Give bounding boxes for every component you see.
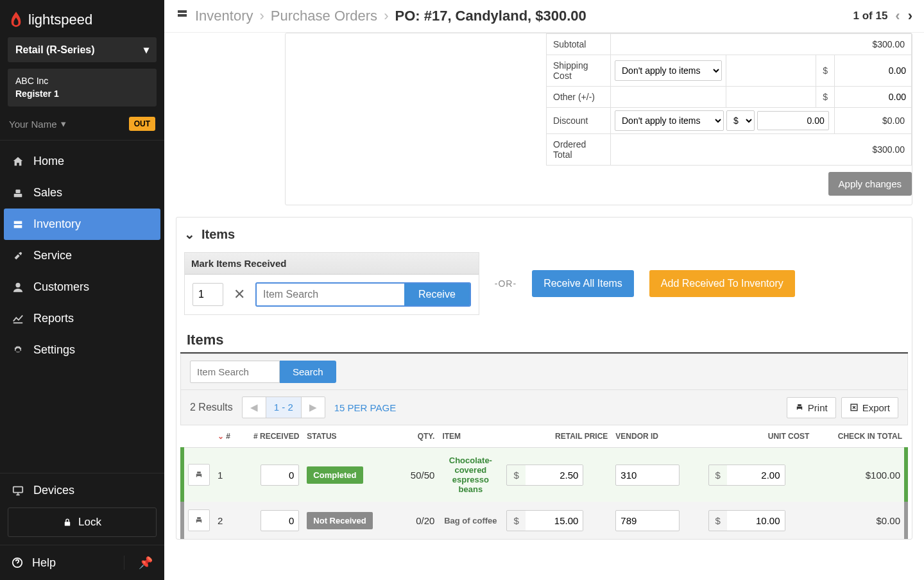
chevron-right-icon: › bbox=[384, 8, 388, 24]
lock-icon bbox=[63, 518, 72, 527]
crumb-inventory[interactable]: Inventory bbox=[195, 8, 253, 24]
print-button[interactable]: Print bbox=[787, 397, 836, 418]
results-range[interactable]: 1 - 2 bbox=[266, 397, 302, 418]
apply-changes-button[interactable]: Apply changes bbox=[828, 172, 912, 196]
items-table: ⌄ # # RECEIVED STATUS QTY. ITEM RETAIL P… bbox=[180, 425, 908, 539]
svg-rect-3 bbox=[14, 225, 22, 228]
row-number: 2 bbox=[214, 502, 234, 539]
discount-total: $0.00 bbox=[835, 108, 912, 134]
ordered-total-value: $300.00 bbox=[611, 134, 912, 166]
retail-price-input[interactable]: $ bbox=[506, 510, 583, 531]
shipping-apply-select[interactable]: Don't apply to items bbox=[615, 60, 722, 81]
other-cost-input[interactable] bbox=[835, 87, 911, 107]
discount-amount-input[interactable] bbox=[757, 111, 829, 130]
series-select[interactable]: Retail (R-Series) ▾ bbox=[8, 37, 157, 62]
unit-cost-input[interactable]: $ bbox=[708, 465, 785, 486]
pin-icon[interactable]: 📌 bbox=[124, 556, 153, 570]
clear-icon[interactable]: ✕ bbox=[231, 286, 248, 303]
nav-service[interactable]: Service bbox=[0, 240, 164, 271]
other-currency: $ bbox=[816, 87, 835, 108]
discount-apply-select[interactable]: Don't apply to items bbox=[615, 110, 724, 131]
nav-settings[interactable]: Settings bbox=[0, 334, 164, 366]
nav-devices[interactable]: Devices bbox=[0, 473, 164, 508]
chevron-right-icon: › bbox=[260, 8, 264, 24]
discount-type-select[interactable]: $ bbox=[726, 110, 755, 131]
receive-button[interactable]: Receive bbox=[404, 284, 470, 305]
nav-reports[interactable]: Reports bbox=[0, 303, 164, 334]
user-menu[interactable]: Your Name ▾ bbox=[9, 118, 66, 130]
totals-panel: Subtotal $300.00 Shipping Cost Don't app… bbox=[285, 33, 912, 205]
results-count: 2 Results bbox=[190, 402, 233, 413]
pager-prev[interactable]: ‹ bbox=[895, 8, 900, 24]
drawer-icon bbox=[12, 218, 24, 231]
item-name-link[interactable]: Bag of coffee bbox=[442, 516, 499, 525]
items-subheader: Items bbox=[180, 328, 908, 354]
home-icon bbox=[12, 155, 24, 168]
row-print-button[interactable] bbox=[188, 509, 210, 531]
lock-button[interactable]: Lock bbox=[8, 508, 157, 537]
status-badge: Completed bbox=[307, 466, 363, 484]
nav-sales[interactable]: Sales bbox=[0, 177, 164, 209]
receive-qty-input[interactable] bbox=[193, 283, 223, 306]
items-panel: ⌄ Items Mark Items Received ✕ Receive bbox=[176, 217, 912, 540]
breadcrumb: Inventory › Purchase Orders › PO: #17, C… bbox=[176, 8, 586, 24]
results-next[interactable]: ▶ bbox=[302, 397, 325, 418]
nav-home[interactable]: Home bbox=[0, 146, 164, 177]
add-received-to-inventory-button[interactable]: Add Received To Inventory bbox=[649, 270, 795, 297]
vendor-id-input[interactable] bbox=[615, 510, 680, 531]
items-header-label: Items bbox=[201, 227, 235, 242]
item-name-link[interactable]: Chocolate-covered espresso beans bbox=[442, 456, 499, 494]
shipping-currency: $ bbox=[816, 55, 835, 87]
svg-rect-6 bbox=[65, 522, 70, 525]
vendor-id-input[interactable] bbox=[615, 465, 680, 486]
company-box[interactable]: ABC Inc Register 1 bbox=[8, 69, 157, 107]
pager-count: 1 of 15 bbox=[853, 10, 887, 22]
gear-icon bbox=[12, 344, 24, 357]
brand: lightspeed bbox=[0, 0, 164, 37]
nav-customers[interactable]: Customers bbox=[0, 271, 164, 303]
table-row: 1 Completed 50/50 Chocolate-covered espr… bbox=[182, 448, 906, 502]
received-qty-input[interactable] bbox=[261, 465, 299, 486]
print-icon bbox=[194, 516, 203, 525]
results-prev[interactable]: ◀ bbox=[243, 397, 266, 418]
export-icon bbox=[850, 403, 859, 412]
monitor-icon bbox=[12, 484, 24, 497]
crumb-purchase-orders[interactable]: Purchase Orders bbox=[271, 8, 377, 24]
receive-all-button[interactable]: Receive All Items bbox=[532, 270, 634, 297]
nav-inventory[interactable]: Inventory bbox=[4, 209, 160, 240]
items-search-button[interactable]: Search bbox=[280, 361, 336, 383]
sidebar: lightspeed Retail (R-Series) ▾ ABC Inc R… bbox=[0, 0, 164, 580]
items-search-bar: Search bbox=[180, 354, 908, 390]
qty-cell: 0/20 bbox=[398, 502, 439, 539]
mark-received-section: Mark Items Received ✕ Receive bbox=[184, 252, 479, 315]
unit-cost-input[interactable]: $ bbox=[708, 510, 785, 531]
status-badge: Not Received bbox=[307, 512, 372, 529]
receive-item-search-input[interactable] bbox=[257, 284, 404, 305]
svg-rect-1 bbox=[15, 189, 20, 192]
row-print-button[interactable] bbox=[188, 464, 210, 486]
brand-text: lightspeed bbox=[28, 12, 92, 28]
retail-price-input[interactable]: $ bbox=[506, 465, 583, 486]
register-icon bbox=[12, 187, 24, 200]
print-icon bbox=[194, 470, 203, 479]
out-button[interactable]: OUT bbox=[129, 117, 155, 131]
help-icon bbox=[12, 557, 23, 568]
help-row[interactable]: Help 📌 bbox=[0, 545, 164, 580]
svg-rect-11 bbox=[798, 404, 801, 406]
items-search-input[interactable] bbox=[190, 361, 280, 383]
pager-next[interactable]: › bbox=[908, 8, 912, 24]
svg-rect-19 bbox=[197, 522, 201, 524]
topbar: Inventory › Purchase Orders › PO: #17, C… bbox=[164, 0, 924, 33]
per-page-select[interactable]: 15 PER PAGE bbox=[334, 402, 396, 413]
shipping-cost-input[interactable] bbox=[835, 60, 911, 81]
sort-indicator-icon[interactable]: ⌄ bbox=[218, 432, 224, 441]
nav: Home Sales Inventory Service Customers R… bbox=[0, 141, 164, 473]
mark-received-title: Mark Items Received bbox=[185, 253, 479, 275]
company-name: ABC Inc bbox=[15, 75, 149, 88]
svg-rect-18 bbox=[197, 517, 201, 519]
items-collapse-toggle[interactable]: ⌄ Items bbox=[176, 218, 912, 251]
chevron-down-icon: ▾ bbox=[61, 118, 66, 130]
received-qty-input[interactable] bbox=[261, 510, 299, 531]
svg-point-4 bbox=[15, 282, 20, 287]
export-button[interactable]: Export bbox=[841, 397, 898, 418]
